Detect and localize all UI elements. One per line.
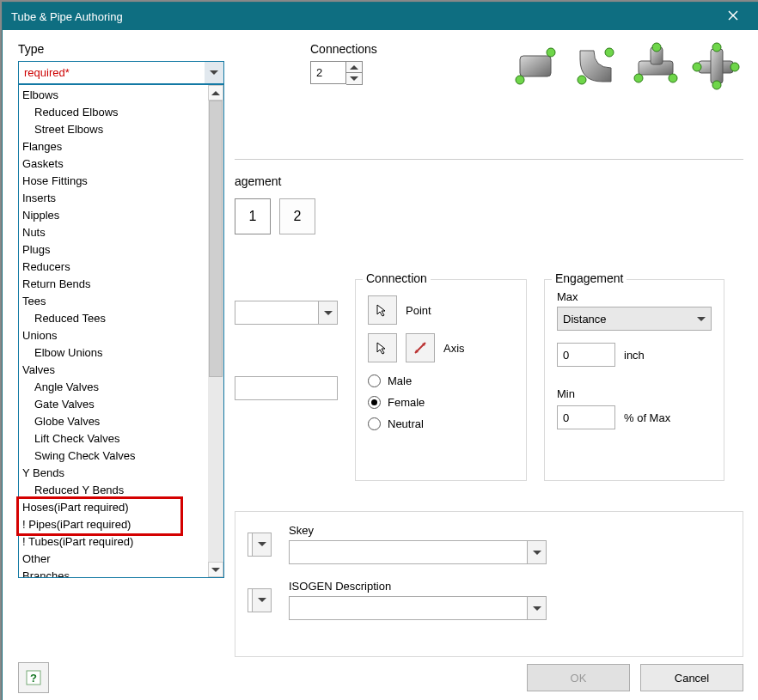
nominal-size-input[interactable] — [235, 376, 338, 400]
svg-point-10 — [634, 74, 643, 82]
type-combo-drop[interactable] — [205, 62, 223, 83]
connections-up[interactable] — [346, 62, 362, 73]
engagement-max-type-value: Distance — [563, 313, 607, 326]
fitting-tee-icon — [632, 42, 683, 94]
type-dropdown-list: ElbowsReduced ElbowsStreet ElbowsFlanges… — [18, 84, 224, 578]
type-option[interactable]: ! Tubes(iPart required) — [19, 533, 208, 551]
svg-point-5 — [605, 48, 614, 57]
isogen-type-select[interactable] — [248, 588, 272, 612]
radio-female[interactable] — [368, 396, 381, 409]
type-option[interactable]: Gaskets — [19, 155, 208, 173]
type-option[interactable]: ! Pipes(iPart required) — [19, 516, 208, 533]
type-option[interactable]: Hoses(iPart required) — [19, 499, 208, 516]
select-drop[interactable] — [527, 541, 546, 563]
type-dropdown-scrollbar[interactable] — [208, 85, 223, 577]
pick-point-button[interactable] — [368, 295, 397, 325]
cursor-icon — [376, 303, 389, 317]
type-option[interactable]: Gate Valves — [19, 396, 208, 413]
content-area: Type required* ElbowsReduced ElbowsStree… — [3, 30, 758, 700]
type-option[interactable]: Reduced Y Bends — [19, 482, 208, 499]
type-option[interactable]: Reduced Elbows — [19, 104, 208, 121]
select-drop[interactable] — [318, 301, 337, 324]
pick-axis-cursor-button[interactable] — [368, 333, 397, 362]
radio-female-row[interactable]: Female — [368, 396, 514, 409]
type-option[interactable]: Plugs — [19, 241, 208, 259]
chevron-down-icon — [258, 598, 266, 602]
select-drop[interactable] — [527, 597, 546, 619]
type-option[interactable]: Angle Valves — [19, 379, 208, 396]
footer: ? OK Cancel — [3, 654, 758, 700]
engagement-group: Engagement Max Distance 0 inch Min 0 % o… — [544, 279, 724, 481]
chevron-down-icon — [210, 70, 218, 75]
connection-tabs: 1 2 — [235, 198, 315, 234]
scroll-down-button[interactable] — [208, 562, 223, 577]
type-label: Type — [18, 42, 224, 56]
type-option[interactable]: Nipples — [19, 207, 208, 224]
tab-1[interactable]: 1 — [235, 198, 271, 234]
type-option[interactable]: Globe Valves — [19, 413, 208, 430]
type-option[interactable]: Swing Check Valves — [19, 447, 208, 465]
engagement-max-type-drop[interactable] — [692, 307, 711, 330]
tab-2[interactable]: 2 — [279, 198, 315, 234]
type-option[interactable]: Y Bends — [19, 465, 208, 482]
dialog-window: Tube & Pipe Authoring Type required* Elb… — [2, 2, 758, 700]
type-option[interactable]: Inserts — [19, 190, 208, 207]
type-option[interactable]: Street Elbows — [19, 121, 208, 138]
scroll-track[interactable] — [208, 100, 223, 562]
select-drop[interactable] — [252, 533, 271, 556]
skey-select[interactable] — [289, 540, 547, 564]
type-option[interactable]: Unions — [19, 327, 208, 344]
type-option[interactable]: Valves — [19, 362, 208, 379]
radio-neutral-row[interactable]: Neutral — [368, 417, 514, 430]
type-option[interactable]: Branches — [19, 568, 208, 577]
svg-point-3 — [547, 48, 555, 57]
engagement-max-type[interactable]: Distance — [557, 307, 712, 331]
type-option[interactable]: Reduced Tees — [19, 310, 208, 327]
type-option[interactable]: Elbow Unions — [19, 344, 208, 362]
connections-block: Connections 2 — [310, 42, 377, 85]
chevron-down-icon — [350, 76, 358, 81]
svg-point-14 — [712, 43, 721, 52]
svg-point-9 — [652, 43, 661, 52]
ok-button[interactable]: OK — [527, 664, 630, 691]
type-option[interactable]: Hose Fittings — [19, 173, 208, 190]
connections-label: Connections — [310, 42, 377, 56]
type-option[interactable]: Other — [19, 551, 208, 568]
fitting-straight-icon — [511, 42, 563, 94]
help-icon: ? — [25, 669, 42, 686]
connections-stepper[interactable]: 2 — [310, 61, 377, 85]
type-combo[interactable]: required* — [18, 61, 224, 84]
radio-neutral[interactable] — [368, 417, 381, 430]
radio-male[interactable] — [368, 374, 381, 387]
type-option[interactable]: Elbows — [19, 87, 208, 104]
skey-label: Skey — [289, 524, 547, 537]
type-option[interactable]: Reducers — [19, 259, 208, 276]
radio-male-label: Male — [388, 374, 412, 387]
pick-axis-flip-button[interactable] — [406, 333, 435, 362]
isogen-group: Skey ISOGEN Description — [235, 511, 743, 657]
fitting-icons — [511, 42, 743, 94]
cancel-button[interactable]: Cancel — [640, 664, 743, 691]
scroll-up-button[interactable] — [208, 85, 223, 100]
skey-type-select[interactable] — [248, 533, 272, 557]
svg-point-16 — [693, 63, 701, 71]
scroll-thumb[interactable] — [209, 100, 223, 377]
end-treatment-select[interactable] — [235, 301, 338, 325]
engagement-max-input[interactable]: 0 — [557, 343, 615, 367]
engagement-max-unit: inch — [624, 349, 645, 362]
connection-legend: Connection — [363, 271, 431, 285]
connections-down[interactable] — [346, 73, 362, 84]
help-button[interactable]: ? — [18, 662, 49, 693]
type-option[interactable]: Nuts — [19, 224, 208, 241]
type-option[interactable]: Tees — [19, 293, 208, 310]
engagement-min-input[interactable]: 0 — [557, 405, 615, 429]
close-button[interactable] — [716, 10, 750, 23]
window-title: Tube & Pipe Authoring — [11, 10, 716, 23]
type-option[interactable]: Flanges — [19, 138, 208, 155]
type-option[interactable]: Lift Check Valves — [19, 430, 208, 447]
radio-male-row[interactable]: Male — [368, 374, 514, 387]
type-option[interactable]: Return Bends — [19, 276, 208, 293]
select-drop[interactable] — [252, 589, 271, 612]
isogen-desc-select[interactable] — [289, 596, 547, 620]
type-dropdown-items: ElbowsReduced ElbowsStreet ElbowsFlanges… — [19, 85, 208, 577]
